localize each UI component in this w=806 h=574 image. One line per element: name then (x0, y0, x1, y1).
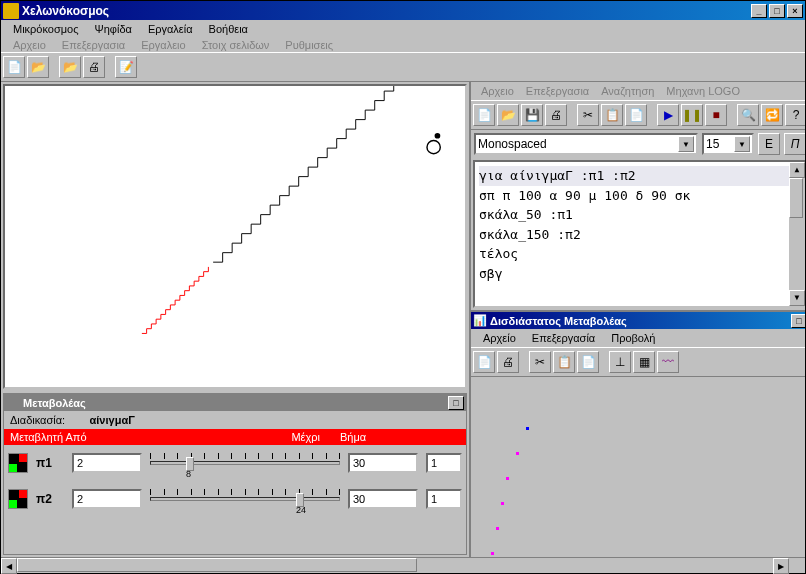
graph-title: Δισδιάστατος Μεταβολέας (490, 315, 627, 327)
var-indicator[interactable] (8, 489, 28, 509)
code-print-button[interactable]: 🖨 (545, 104, 567, 126)
code-copy-button[interactable]: 📋 (601, 104, 623, 126)
graph-print-button[interactable]: 🖨 (497, 351, 519, 373)
font-plain-button[interactable]: E (758, 133, 780, 155)
code-save-button[interactable]: 💾 (521, 104, 543, 126)
menu-edit[interactable]: Επεξεργασια (54, 38, 133, 52)
main-menubar: Μικρόκοσμος Ψηφίδα Εργαλεία Βοήθεια (1, 20, 805, 38)
data-point (491, 552, 494, 555)
proc-label: Διαδικασία: (10, 414, 65, 426)
graph-max-button[interactable]: □ (791, 314, 805, 328)
scroll-right-icon[interactable]: ▶ (773, 558, 789, 574)
menu-microcosmos[interactable]: Μικρόκοσμος (5, 21, 87, 37)
proc-name: αίνιγμαΓ (90, 414, 135, 426)
menu-psifida[interactable]: Ψηφίδα (87, 21, 140, 37)
var-slider[interactable]: 8 (150, 451, 340, 475)
graph-cut-button[interactable]: ✂ (529, 351, 551, 373)
font-size-combo[interactable]: 15 ▼ (702, 133, 754, 155)
vars-titlebar: Μεταβολέας □ (4, 394, 466, 411)
font-row: Monospaced ▼ 15 ▼ E Π (471, 130, 805, 158)
new-button[interactable]: 📄 (3, 56, 25, 78)
code-scrollbar[interactable]: ▲ ▼ (789, 162, 805, 306)
maximize-button[interactable]: □ (769, 4, 785, 18)
chevron-down-icon[interactable]: ▼ (734, 136, 750, 152)
code-line: σκάλα_150 :π2 (479, 225, 801, 245)
graph-menu-file[interactable]: Αρχείο (475, 330, 524, 346)
chevron-down-icon[interactable]: ▼ (678, 136, 694, 152)
code-line: σκάλα_50 :π1 (479, 205, 801, 225)
code-new-button[interactable]: 📄 (473, 104, 495, 126)
menu-settings[interactable]: Ρυθμισεις (277, 38, 341, 52)
graph-grid-button[interactable]: ▦ (633, 351, 655, 373)
scroll-down-icon[interactable]: ▼ (789, 290, 805, 306)
vars-max-button[interactable]: □ (448, 396, 464, 410)
graph-new-button[interactable]: 📄 (473, 351, 495, 373)
turtle-icon (427, 141, 440, 154)
menu-tool[interactable]: Εργαλειο (133, 38, 193, 52)
var-from-input[interactable] (72, 453, 142, 473)
code-menu-edit[interactable]: Επεξεργασια (520, 83, 595, 99)
open2-button[interactable]: 📂 (59, 56, 81, 78)
graph-menu-edit[interactable]: Επεξεργασία (524, 330, 603, 346)
menu-file[interactable]: Αρχειο (5, 38, 54, 52)
menu-tools[interactable]: Εργαλεία (140, 21, 201, 37)
scroll-thumb[interactable] (789, 178, 803, 218)
scroll-up-icon[interactable]: ▲ (789, 162, 805, 178)
scroll-left-icon[interactable]: ◀ (1, 558, 17, 574)
replace-button[interactable]: 🔁 (761, 104, 783, 126)
main-toolbar: 📄 📂 📂 🖨 📝 (1, 52, 805, 82)
header-step: Βήμα (340, 431, 400, 443)
graph-copy-button[interactable]: 📋 (553, 351, 575, 373)
graph-area[interactable] (471, 377, 805, 557)
data-point (501, 502, 504, 505)
code-line: για αίνιγμαΓ :π1 :π2 (479, 166, 801, 186)
var-from-input[interactable] (72, 489, 142, 509)
code-menu-logo[interactable]: Μηχανη LOGO (660, 83, 746, 99)
graph-curve-button[interactable]: 〰 (657, 351, 679, 373)
scroll-thumb[interactable] (17, 558, 417, 572)
code-menu-file[interactable]: Αρχειο (475, 83, 520, 99)
code-toolbar: 📄 📂 💾 🖨 ✂ 📋 📄 ▶ ❚❚ ■ 🔍 🔁 ? (471, 100, 805, 130)
var-step-input[interactable] (426, 489, 462, 509)
open-button[interactable]: 📂 (27, 56, 49, 78)
var-row-p1: π1 8 (4, 445, 466, 481)
var-slider[interactable]: 24 (150, 487, 340, 511)
graph-paste-button[interactable]: 📄 (577, 351, 599, 373)
memo-button[interactable]: 📝 (115, 56, 137, 78)
code-panel: Αρχειο Επεξεργασια Αναζητηση Μηχανη LOGO… (471, 82, 805, 312)
main-titlebar: Χελωνόκοσμος _ □ × (1, 1, 805, 20)
var-name-label: π2 (36, 492, 64, 506)
var-step-input[interactable] (426, 453, 462, 473)
help-button[interactable]: ? (785, 104, 805, 126)
var-row-p2: π2 24 (4, 481, 466, 517)
minimize-button[interactable]: _ (751, 4, 767, 18)
print-button[interactable]: 🖨 (83, 56, 105, 78)
variables-panel: Μεταβολέας □ Διαδικασία: αίνιγμαΓ Μεταβλ… (3, 393, 467, 555)
font-name-combo[interactable]: Monospaced ▼ (474, 133, 698, 155)
font-italic-button[interactable]: Π (784, 133, 805, 155)
turtle-canvas[interactable] (3, 84, 467, 389)
data-point (516, 452, 519, 455)
var-indicator[interactable] (8, 453, 28, 473)
pause-button[interactable]: ❚❚ (681, 104, 703, 126)
bottom-scrollbar[interactable]: ◀ ▶ (1, 557, 805, 573)
data-point (506, 477, 509, 480)
graph-axes-button[interactable]: ⊥ (609, 351, 631, 373)
code-line: τέλος (479, 244, 801, 264)
code-editor[interactable]: για αίνιγμαΓ :π1 :π2 σπ π 100 α 90 μ 100… (473, 160, 805, 308)
var-to-input[interactable] (348, 453, 418, 473)
run-button[interactable]: ▶ (657, 104, 679, 126)
close-button[interactable]: × (787, 4, 803, 18)
graph-menu-view[interactable]: Προβολή (603, 330, 663, 346)
code-paste-button[interactable]: 📄 (625, 104, 647, 126)
stop-button[interactable]: ■ (705, 104, 727, 126)
header-var: Μεταβλητή Από (10, 431, 90, 443)
code-cut-button[interactable]: ✂ (577, 104, 599, 126)
menu-help[interactable]: Βοήθεια (201, 21, 256, 37)
menu-page-elements[interactable]: Στοιχ σελιδων (194, 38, 278, 52)
code-menu-search[interactable]: Αναζητηση (595, 83, 660, 99)
code-line: σβγ (479, 264, 801, 284)
var-to-input[interactable] (348, 489, 418, 509)
code-open-button[interactable]: 📂 (497, 104, 519, 126)
find-button[interactable]: 🔍 (737, 104, 759, 126)
